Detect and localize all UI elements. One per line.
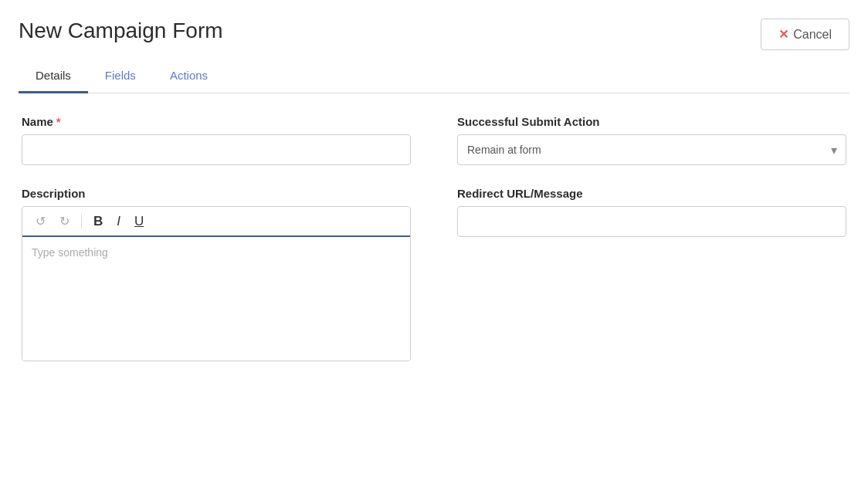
undo-button[interactable]: ↺ [30,212,51,231]
header: New Campaign Form ✕ Cancel [19,19,849,50]
tab-fields[interactable]: Fields [88,59,153,93]
name-field-group: Name * [22,115,411,165]
bold-button[interactable]: B [88,212,108,231]
submit-action-group: Successful Submit Action Remain at form … [457,115,846,165]
description-label: Description [22,187,411,200]
tab-bar: Details Fields Actions [19,59,849,93]
page-title: New Campaign Form [19,19,223,43]
submit-action-label: Successful Submit Action [457,115,846,128]
tab-details[interactable]: Details [19,59,88,93]
description-editor[interactable]: ↺ ↻ B I U Type something [22,206,411,361]
underline-button[interactable]: U [129,212,149,231]
redirect-field-group: Redirect URL/Message [457,187,846,361]
required-indicator: * [56,115,61,128]
page-container: New Campaign Form ✕ Cancel Details Field… [0,0,868,491]
redirect-label: Redirect URL/Message [457,187,846,200]
name-input[interactable] [22,134,411,165]
name-label: Name * [22,115,411,128]
cancel-button[interactable]: ✕ Cancel [761,19,849,50]
editor-toolbar: ↺ ↻ B I U [22,207,410,237]
description-field-group: Description ↺ ↻ B I U Type something [22,187,411,361]
toolbar-divider [81,214,82,229]
cancel-label: Cancel [793,28,832,42]
submit-action-select[interactable]: Remain at form Redirect to URL Show mess… [457,134,846,165]
close-icon: ✕ [778,27,788,42]
redo-button[interactable]: ↻ [54,212,75,231]
redirect-input[interactable] [457,206,846,237]
form-grid: Name * Successful Submit Action Remain a… [19,115,849,361]
description-placeholder: Type something [32,246,108,259]
submit-action-select-wrapper: Remain at form Redirect to URL Show mess… [457,134,846,165]
italic-button[interactable]: I [111,212,126,231]
description-editor-body[interactable]: Type something [22,237,410,361]
tab-actions[interactable]: Actions [153,59,225,93]
